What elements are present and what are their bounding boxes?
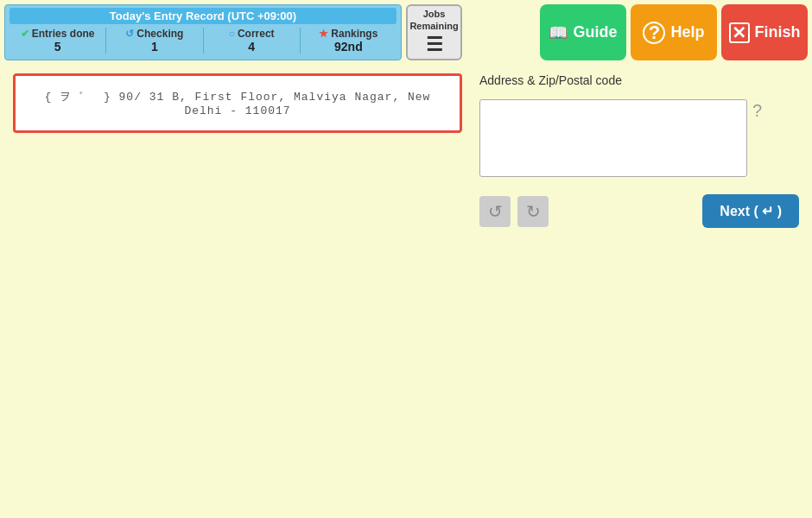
rankings-value: 92nd — [334, 40, 363, 54]
image-panel: { ヲ゛゠ } 90/ 31 B, First Floor, Malviya N… — [13, 73, 462, 501]
address-textarea[interactable] — [479, 99, 747, 177]
guide-button[interactable]: 📖 Guide — [540, 4, 626, 60]
entry-record-title: Today's Entry Record (UTC +09:00) — [10, 8, 396, 24]
entry-record: Today's Entry Record (UTC +09:00) ✔ Entr… — [4, 4, 402, 60]
correct-label: ○ Correct — [229, 28, 275, 40]
finish-icon: ✕ — [729, 22, 750, 43]
undo-button[interactable]: ↺ — [479, 196, 511, 227]
undo-redo-group: ↺ ↻ — [479, 196, 549, 227]
circle-icon: ○ — [229, 28, 235, 40]
help-button[interactable]: ? Help — [631, 4, 717, 60]
trophy-icon: ★ — [319, 28, 328, 40]
entry-col-entries: ✔ Entries done 5 — [10, 28, 106, 54]
main-content: { ヲ゛゠ } 90/ 31 B, First Floor, Malviya N… — [0, 65, 812, 509]
field-label: Address & Zip/Postal code — [479, 73, 799, 87]
correct-value: 4 — [248, 40, 255, 54]
check-icon: ✔ — [21, 28, 29, 40]
image-text: { ヲ゛゠ } 90/ 31 B, First Floor, Malviya N… — [24, 89, 451, 117]
jobs-remaining: JobsRemaining ☰ — [406, 4, 462, 60]
redo-button[interactable]: ↻ — [517, 196, 549, 227]
checking-value: 1 — [151, 40, 158, 54]
entry-col-checking: ↺ Checking 1 — [106, 28, 203, 54]
entries-label: ✔ Entries done — [21, 28, 95, 40]
rankings-label: ★ Rankings — [319, 28, 377, 40]
refresh-icon: ↺ — [125, 28, 134, 40]
entry-col-correct: ○ Correct 4 — [204, 28, 301, 54]
entry-col-rankings: ★ Rankings 92nd — [301, 28, 396, 54]
field-group: ? — [479, 99, 799, 177]
field-help-icon[interactable]: ? — [752, 101, 762, 121]
checking-label: ↺ Checking — [125, 28, 183, 40]
entries-value: 5 — [54, 40, 61, 54]
guide-icon: 📖 — [549, 23, 568, 42]
top-bar: Today's Entry Record (UTC +09:00) ✔ Entr… — [0, 0, 812, 65]
action-row: ↺ ↻ Next ( ↵ ) — [479, 194, 799, 228]
action-buttons: 📖 Guide ? Help ✕ Finish — [540, 4, 808, 60]
jobs-remaining-label: JobsRemaining — [409, 9, 458, 31]
next-button[interactable]: Next ( ↵ ) — [702, 194, 799, 228]
right-panel: Address & Zip/Postal code ? ↺ ↻ Next ( ↵… — [479, 73, 799, 501]
jobs-remaining-icon: ☰ — [426, 34, 443, 56]
entry-record-cols: ✔ Entries done 5 ↺ Checking 1 ○ Correct … — [10, 28, 396, 54]
finish-button[interactable]: ✕ Finish — [721, 4, 808, 60]
help-icon: ? — [643, 22, 665, 44]
image-box: { ヲ゛゠ } 90/ 31 B, First Floor, Malviya N… — [13, 73, 462, 133]
